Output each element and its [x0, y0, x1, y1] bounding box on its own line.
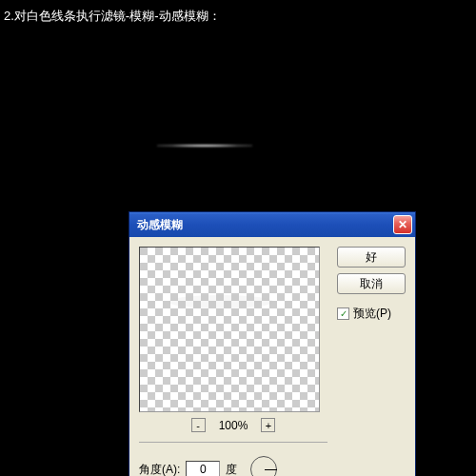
angle-dial[interactable]	[250, 456, 277, 476]
close-icon: ✕	[398, 218, 407, 231]
ok-button[interactable]: 好	[337, 247, 406, 268]
zoom-in-button[interactable]: +	[261, 418, 275, 432]
preview-checkbox[interactable]: ✓	[337, 307, 349, 320]
dialog-body: - 100% + 角度(A): 度 距离(D): 像素	[129, 237, 415, 476]
preview-label: 预览(P)	[353, 306, 391, 322]
angle-input[interactable]	[186, 461, 220, 476]
light-streak-preview	[157, 145, 252, 147]
dialog-title: 动感模糊	[137, 217, 183, 233]
zoom-out-button[interactable]: -	[191, 418, 206, 432]
divider	[139, 442, 327, 443]
cancel-button[interactable]: 取消	[337, 273, 406, 294]
check-icon: ✓	[340, 308, 347, 319]
angle-label: 角度(A):	[139, 462, 180, 477]
zoom-percent: 100%	[219, 419, 248, 432]
instruction-text: 2.对白色线条执行滤镜-模糊-动感模糊：	[0, 0, 476, 32]
angle-unit: 度	[226, 462, 237, 477]
titlebar[interactable]: 动感模糊 ✕	[129, 212, 415, 237]
preview-canvas[interactable]	[139, 247, 320, 412]
motion-blur-dialog: 动感模糊 ✕ - 100% + 角度(A): 度 距离(D):	[129, 211, 416, 476]
close-button[interactable]: ✕	[393, 215, 412, 234]
